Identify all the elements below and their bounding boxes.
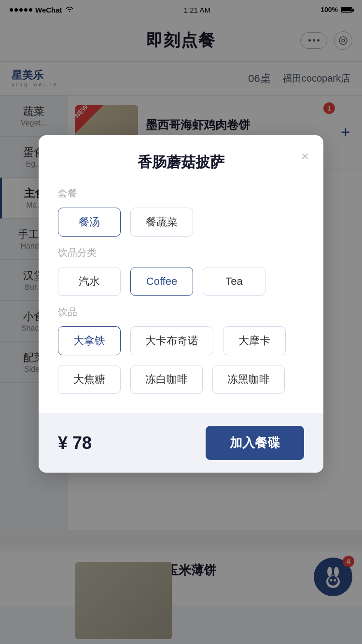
add-to-cart-button[interactable]: 加入餐碟	[206, 426, 304, 460]
section-label-combo: 套餐	[58, 187, 304, 200]
option-iced-white-coffee[interactable]: 冻白咖啡	[130, 365, 203, 394]
option-coffee[interactable]: Coffee	[130, 267, 193, 296]
option-large-caramel[interactable]: 大焦糖	[58, 365, 121, 394]
modal-header: 香肠蘑菇披萨 ×	[39, 135, 323, 182]
option-vegetables[interactable]: 餐蔬菜	[130, 208, 193, 237]
item-price: ¥ 78	[58, 433, 92, 453]
section-label-drink: 饮品	[58, 306, 304, 319]
drink-options-row2: 大焦糖 冻白咖啡 冻黑咖啡	[58, 365, 304, 394]
option-soda[interactable]: 汽水	[58, 267, 121, 296]
drink-options-row1: 大拿铁 大卡布奇诺 大摩卡	[58, 326, 304, 355]
option-large-latte[interactable]: 大拿铁	[58, 326, 121, 355]
modal-body: 套餐 餐汤 餐蔬菜 饮品分类 汽水 Coffee Tea 饮品 大拿铁 大卡布奇…	[39, 187, 323, 413]
option-iced-black-coffee[interactable]: 冻黑咖啡	[212, 365, 285, 394]
option-soup[interactable]: 餐汤	[58, 208, 121, 237]
modal-footer: ¥ 78 加入餐碟	[39, 413, 323, 473]
option-large-cappuccino[interactable]: 大卡布奇诺	[130, 326, 213, 355]
section-label-drink-type: 饮品分类	[58, 246, 304, 259]
option-large-mocha[interactable]: 大摩卡	[223, 326, 286, 355]
close-button[interactable]: ×	[301, 150, 309, 163]
combo-options: 餐汤 餐蔬菜	[58, 208, 304, 237]
modal-dialog: 香肠蘑菇披萨 × 套餐 餐汤 餐蔬菜 饮品分类 汽水 Coffee Tea 饮品…	[39, 135, 323, 473]
modal-title: 香肠蘑菇披萨	[138, 153, 224, 172]
option-tea[interactable]: Tea	[203, 267, 265, 296]
drink-type-options: 汽水 Coffee Tea	[58, 267, 304, 296]
